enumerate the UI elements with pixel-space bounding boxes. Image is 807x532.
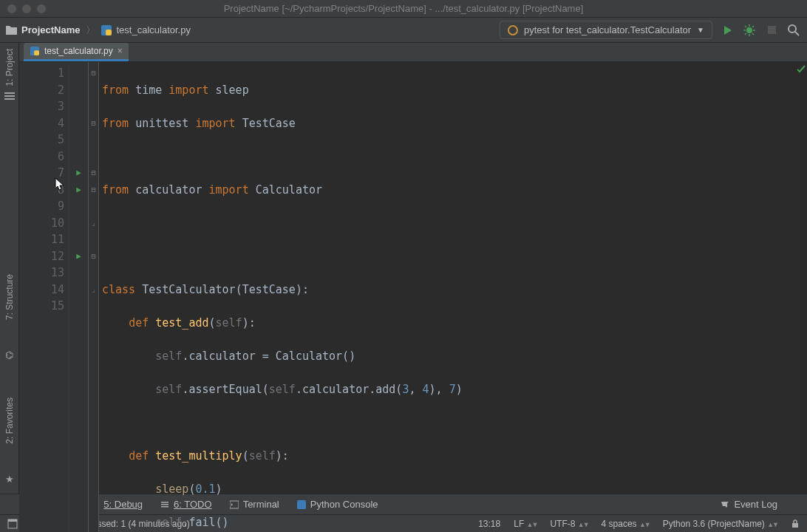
close-window-icon[interactable] [7, 4, 16, 13]
breadcrumb: ProjectName 〉 test_calculator.py [6, 24, 191, 37]
left-tool-dock: 1: Project 7: Structure ⌬ 2: Favorites ★ [0, 43, 19, 494]
run-configuration-selector[interactable]: pytest for test_calculator.TestCalculato… [500, 21, 712, 39]
title-bar: ProjectName [~/PycharmProjects/ProjectNa… [0, 0, 807, 18]
svg-rect-9 [34, 50, 39, 55]
fold-end-icon: ⌟ [91, 215, 95, 232]
structure-icon: ⌬ [5, 349, 13, 361]
traffic-lights [0, 4, 46, 13]
run-test-gutter-icon[interactable]: ▶ [76, 182, 81, 199]
breadcrumb-project-label: ProjectName [21, 24, 80, 35]
code-text[interactable]: from time import sleep from unittest imp… [99, 62, 807, 532]
breadcrumb-project[interactable]: ProjectName [6, 24, 80, 35]
svg-point-2 [508, 26, 517, 35]
fold-end-icon: ⌟ [91, 282, 95, 299]
python-file-icon [101, 25, 112, 35]
debug-button[interactable] [742, 23, 757, 38]
svg-rect-7 [4, 98, 15, 100]
svg-point-4 [789, 25, 796, 33]
minimize-window-icon[interactable] [22, 4, 31, 13]
fold-region-icon[interactable]: ⊟ [91, 115, 95, 132]
fold-region-icon[interactable]: ⊟ [91, 65, 95, 82]
project-tree-icon[interactable] [4, 91, 15, 101]
breadcrumb-file-label: test_calculator.py [116, 24, 190, 35]
pytest-icon [508, 25, 518, 35]
close-tab-icon[interactable]: × [118, 46, 123, 56]
star-icon: ★ [5, 474, 14, 485]
navigation-toolbar: ProjectName 〉 test_calculator.py pytest … [0, 18, 807, 43]
run-button[interactable] [720, 23, 735, 38]
editor-tabs: test_calculator.py × [19, 43, 807, 62]
svg-rect-5 [4, 92, 15, 94]
search-button[interactable] [786, 23, 801, 38]
fold-toggle-icon[interactable]: ⊟ [91, 165, 95, 182]
run-class-gutter-icon[interactable]: ▶ [76, 165, 81, 182]
svg-rect-6 [4, 95, 15, 97]
fold-toggle-icon[interactable]: ⊟ [91, 182, 95, 199]
run-configuration-label: pytest for test_calculator.TestCalculato… [524, 24, 691, 35]
python-file-icon [30, 46, 40, 56]
code-editor[interactable]: 123 456 789 101112 131415 ▶ ▶ ▶ ⊟ ⊟ [19, 62, 807, 532]
editor-pane: test_calculator.py × 123 456 789 101112 … [19, 43, 807, 494]
breadcrumb-file[interactable]: test_calculator.py [101, 24, 190, 35]
chevron-down-icon: ▼ [697, 26, 704, 34]
stop-button [764, 23, 779, 38]
svg-point-3 [746, 27, 752, 33]
folder-icon [6, 25, 17, 35]
svg-rect-1 [106, 30, 112, 35]
inspection-ok-icon[interactable] [797, 65, 806, 74]
run-test-gutter-icon[interactable]: ▶ [76, 248, 81, 265]
stop-icon [768, 26, 776, 34]
line-number-gutter: 123 456 789 101112 131415 [19, 62, 69, 532]
favorites-tool-tab[interactable]: 2: Favorites [4, 398, 15, 444]
gutter-markers: ▶ ▶ ▶ [69, 62, 89, 532]
tool-window-toggle-icon[interactable] [7, 519, 18, 529]
fold-gutter: ⊟ ⊟ ⊟ ⊟ ⌟ ⊟ ⌟ [89, 62, 99, 532]
svg-rect-17 [8, 519, 17, 522]
chevron-right-icon: 〉 [86, 24, 95, 37]
fold-toggle-icon[interactable]: ⊟ [91, 248, 95, 265]
structure-tool-tab[interactable]: 7: Structure [4, 274, 15, 320]
editor-tab-label: test_calculator.py [44, 46, 113, 56]
main-area: 1: Project 7: Structure ⌬ 2: Favorites ★… [0, 43, 807, 494]
zoom-window-icon[interactable] [37, 4, 46, 13]
editor-tab-active[interactable]: test_calculator.py × [24, 43, 129, 61]
project-tool-tab[interactable]: 1: Project [4, 49, 15, 86]
window-title: ProjectName [~/PycharmProjects/ProjectNa… [0, 3, 807, 14]
